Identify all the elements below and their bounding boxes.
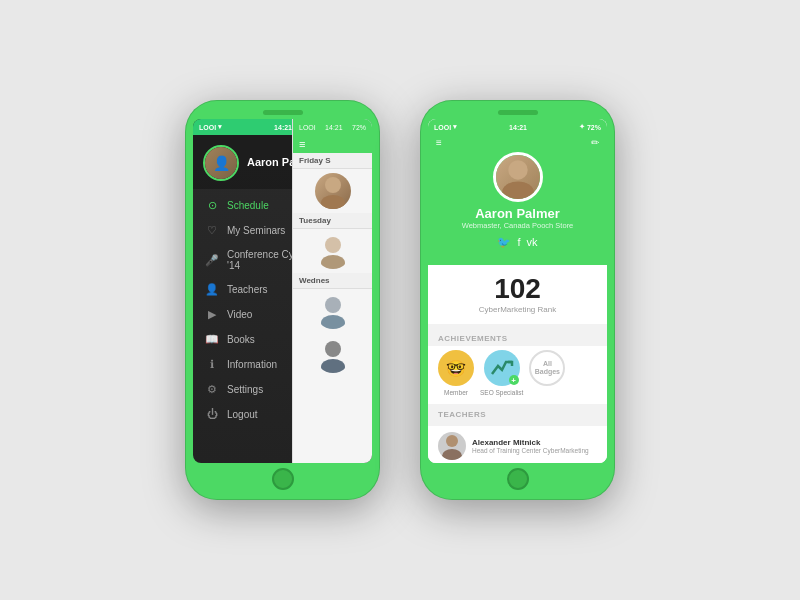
svg-point-9 (502, 181, 534, 202)
svg-point-0 (325, 177, 341, 193)
status-left: LOOI ▾ (199, 123, 222, 131)
profile-avatar (493, 152, 543, 202)
right-phone: LOOI ▾ 14:21 ✦ 72% ≡ ✏ (420, 100, 615, 500)
badge-member[interactable]: 🤓 Member (438, 350, 474, 396)
schedule-panel: LOOI 14:21 72% ≡ Friday S Tuesday Wednes (292, 119, 372, 463)
right-phone-screen: LOOI ▾ 14:21 ✦ 72% ≡ ✏ (428, 119, 607, 463)
books-icon: 📖 (205, 333, 219, 346)
wifi-icon: ▾ (218, 123, 222, 131)
schedule-battery: 72% (352, 124, 366, 131)
profile-subtitle: Webmaster, Canada Pooch Store (462, 221, 574, 230)
badge-all-text: All Badges (531, 360, 563, 377)
profile-name: Aaron Palmer (475, 206, 560, 221)
rank-section: 102 CyberMarketing Rank (428, 265, 607, 324)
seminars-icon: ♡ (205, 224, 219, 237)
video-icon: ▶ (205, 308, 219, 321)
profile-body: 102 CyberMarketing Rank ACHIEVEMENTS 🤓 M… (428, 265, 607, 463)
badge-plus-icon: + (509, 375, 519, 385)
schedule-day-tuesday: Tuesday (293, 213, 372, 229)
menu-label-settings: Settings (227, 384, 263, 395)
teachers-section: Alexander Mitnick Head of Training Cente… (428, 426, 607, 463)
profile-top-bar: ≡ ✏ (428, 135, 607, 152)
information-icon: ℹ (205, 358, 219, 371)
phone-bottom-right (428, 468, 607, 490)
battery-right: 72% (587, 124, 601, 131)
svg-point-6 (325, 341, 341, 357)
schedule-day-friday: Friday S (293, 153, 372, 169)
speaker-grille-right (498, 110, 538, 115)
social-icons-row: 🐦 f vk (497, 236, 537, 249)
phone-bottom-left (193, 468, 372, 490)
profile-screen: LOOI ▾ 14:21 ✦ 72% ≡ ✏ (428, 119, 607, 463)
badge-all-circle: All Badges (529, 350, 565, 386)
svg-point-7 (321, 359, 345, 373)
teacher-name: Alexander Mitnick (472, 438, 597, 447)
rank-number: 102 (438, 275, 597, 303)
svg-point-3 (321, 255, 345, 269)
logout-icon: ⏻ (205, 408, 219, 420)
phone-top-speaker (193, 110, 372, 115)
status-bar-right: LOOI ▾ 14:21 ✦ 72% (428, 119, 607, 135)
left-phone-screen: LOOI ▾ 14:21 ✦ 72% 👤 Aaron Palmer ⊙ (193, 119, 372, 463)
hamburger-icon-schedule[interactable]: ≡ (299, 138, 305, 150)
phone-top-right (428, 110, 607, 115)
svg-point-10 (446, 435, 458, 447)
home-button-right[interactable] (507, 468, 529, 490)
svg-point-8 (508, 160, 527, 179)
svg-point-2 (325, 237, 341, 253)
schedule-person-2 (315, 233, 351, 269)
achievements-section-label: ACHIEVEMENTS (428, 328, 607, 346)
svg-point-1 (321, 195, 345, 209)
avatar-image: 👤 (205, 147, 237, 179)
schedule-person-3 (315, 293, 351, 329)
achievements-row: 🤓 Member + SEO Specialist All Badges (428, 346, 607, 404)
carrier-text: LOOI (199, 124, 216, 131)
twitter-icon[interactable]: 🐦 (497, 236, 511, 249)
svg-point-5 (321, 315, 345, 329)
teacher-role: Head of Training Center CyberMarketing (472, 447, 597, 454)
profile-header: LOOI ▾ 14:21 ✦ 72% ≡ ✏ (428, 119, 607, 265)
profile-avatar-image (496, 155, 540, 199)
settings-icon: ⚙ (205, 383, 219, 396)
edit-icon[interactable]: ✏ (591, 137, 599, 148)
badge-member-circle: 🤓 (438, 350, 474, 386)
svg-point-4 (325, 297, 341, 313)
bluetooth-icon-right: ✦ (579, 123, 585, 131)
menu-label-video: Video (227, 309, 252, 320)
schedule-carrier: LOOI (299, 124, 316, 131)
conference-icon: 🎤 (205, 254, 219, 267)
menu-label-schedule: Schedule (227, 200, 269, 211)
schedule-icon: ⊙ (205, 199, 219, 212)
badge-member-label: Member (444, 389, 468, 396)
facebook-icon[interactable]: f (517, 236, 520, 249)
wifi-icon-right: ▾ (453, 123, 457, 131)
teacher-info: Alexander Mitnick Head of Training Cente… (472, 438, 597, 454)
carrier-right: LOOI (434, 124, 451, 131)
schedule-person-4 (315, 337, 351, 373)
badge-all[interactable]: All Badges (529, 350, 565, 396)
left-phone: LOOI ▾ 14:21 ✦ 72% 👤 Aaron Palmer ⊙ (185, 100, 380, 500)
teachers-icon: 👤 (205, 283, 219, 296)
badge-seo-circle: + (484, 350, 520, 386)
avatar: 👤 (203, 145, 239, 181)
svg-point-11 (442, 449, 462, 460)
badge-seo[interactable]: + SEO Specialist (480, 350, 523, 396)
menu-label-seminars: My Seminars (227, 225, 285, 236)
menu-label-logout: Logout (227, 409, 258, 420)
teacher-avatar (438, 432, 466, 460)
vk-icon[interactable]: vk (527, 236, 538, 249)
home-button-left[interactable] (272, 468, 294, 490)
time-display-right: 14:21 (509, 124, 527, 131)
schedule-person-1 (315, 173, 351, 209)
teachers-section-label: TEACHERS (428, 404, 607, 422)
teacher-item[interactable]: Alexander Mitnick Head of Training Cente… (428, 426, 607, 463)
schedule-time: 14:21 (325, 124, 343, 131)
menu-label-information: Information (227, 359, 277, 370)
rank-label: CyberMarketing Rank (438, 305, 597, 314)
schedule-day-wednesday: Wednes (293, 273, 372, 289)
hamburger-icon-profile[interactable]: ≡ (436, 137, 442, 148)
badge-seo-label: SEO Specialist (480, 389, 523, 396)
menu-label-books: Books (227, 334, 255, 345)
speaker-grille (263, 110, 303, 115)
time-display-left: 14:21 (274, 124, 292, 131)
